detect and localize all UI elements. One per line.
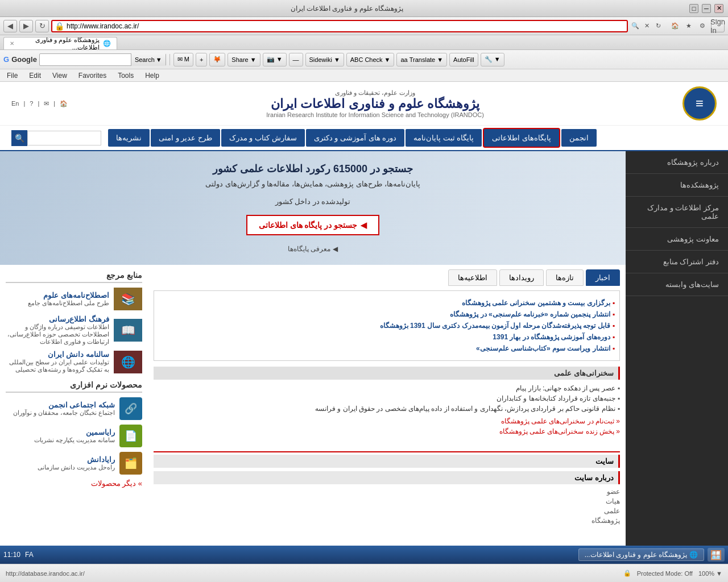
- google-logo: G: [3, 55, 9, 64]
- share-btn[interactable]: Share ▼: [228, 53, 260, 66]
- tab-close-btn[interactable]: ✕: [10, 40, 14, 47]
- back-button[interactable]: ◀: [3, 20, 17, 32]
- sidewiki-btn[interactable]: Sidewiki ▼: [305, 53, 344, 66]
- nav-databases[interactable]: پایگاه‌های اطلاعاتی: [483, 128, 560, 148]
- wrench-btn[interactable]: 🔧 ▼: [481, 53, 504, 66]
- google-logo-area: G Google: [3, 55, 37, 64]
- product-item-2[interactable]: 📄 رایاسمین سامانه مدیریت یکپارچه نشریات: [6, 425, 142, 447]
- hero-title: جستجو در 615000 رکورد اطلاعات علمی کشور: [11, 163, 614, 175]
- mail-btn[interactable]: ✉ M: [173, 53, 193, 66]
- settings-icon[interactable]: ⚙: [697, 21, 708, 31]
- sign-in-btn[interactable]: Sign In: [711, 20, 725, 32]
- firefox-icon[interactable]: 🦊: [209, 53, 225, 66]
- resource-thumb-3: 🌐: [114, 351, 142, 373]
- nav-courses[interactable]: دوره های آموزشی و دکتری: [306, 129, 404, 147]
- hero-databases-link[interactable]: ◀ معرفی پایگاه‌ها: [288, 245, 338, 253]
- live-link[interactable]: « پخش زنده سخنرانی‌های علمی پژوهشگاه: [499, 427, 620, 435]
- minus-btn[interactable]: —: [289, 53, 303, 66]
- browser-tab[interactable]: 🌐 پژوهشگاه علوم و فناوری اطلاعات... ✕: [3, 37, 117, 49]
- forward-button[interactable]: ▶: [19, 20, 33, 32]
- bullet-2: ▪: [613, 310, 615, 318]
- home-icon[interactable]: 🏠: [670, 21, 680, 31]
- resource-book-icon-1: 📚: [121, 292, 135, 306]
- news-item-1[interactable]: ▪ برگزاری بیست و هشتمین سخنرانی علمی پژو…: [159, 299, 615, 307]
- product-desc-3: راه‌حل مدیریت دانش سازمانی: [6, 464, 115, 471]
- refresh-button[interactable]: ↻: [35, 20, 49, 32]
- news-item-3[interactable]: ▪ قابل توجه پذیرفته‌شدگان مرحله اول آزمو…: [159, 322, 615, 330]
- google-search-btn[interactable]: Search ▼: [131, 53, 166, 66]
- website: ≡ وزارت علوم، تحقیقات و فناوری پژوهشگاه …: [0, 82, 728, 564]
- nav-tarahplan[interactable]: طرح عدیر و امنی: [151, 129, 220, 147]
- sidebar-item-research[interactable]: معاونت پژوهشی: [626, 228, 728, 251]
- cam-btn[interactable]: 📷 ▼: [263, 53, 287, 66]
- sidebar-item-institutes[interactable]: پژوهشکده‌ها: [626, 174, 728, 197]
- lang-en[interactable]: En: [11, 100, 19, 107]
- product-item-3[interactable]: 🗂️ رایادانش راه‌حل مدیریت دانش سازمانی: [6, 452, 142, 475]
- nav-search-input[interactable]: [27, 131, 101, 146]
- menu-file[interactable]: File: [5, 72, 20, 80]
- resource-globe-icon: 🌐: [121, 355, 135, 369]
- minimize-btn[interactable]: ─: [702, 4, 711, 13]
- search-icon[interactable]: 🔍: [630, 21, 640, 31]
- site-link-1[interactable]: عضو: [154, 488, 620, 496]
- tab-events[interactable]: رویدادها: [499, 269, 544, 286]
- close-btn[interactable]: ✕: [714, 4, 723, 13]
- stop-icon[interactable]: ✕: [642, 21, 652, 31]
- nav-anjoman[interactable]: انجمن: [561, 129, 597, 147]
- maximize-btn[interactable]: □: [689, 4, 698, 13]
- resource-item-1[interactable]: 📚 اصطلاح‌نامه‌های علوم طرح ملی اصطلاح‌نا…: [6, 288, 142, 310]
- home-site-icon[interactable]: 🏠: [60, 100, 68, 107]
- product-title-1: شبکه اجتماعی انجمن: [6, 401, 115, 409]
- news-item-4[interactable]: ▪ دوره‌های آموزشی پژوهشگاه در بهار 1391: [159, 333, 615, 341]
- menu-favorites[interactable]: Favorites: [76, 72, 109, 80]
- hero-search-btn[interactable]: ◀ جستجو در پایگاه های اطلاعاتی: [246, 215, 380, 235]
- sidebar-item-subscription[interactable]: دفتر اشتراک منابع: [626, 251, 728, 273]
- taskbar-browser-btn[interactable]: 🌐 پژوهشگاه علوم و فناوری اطلاعات...: [578, 548, 704, 561]
- nav-nashriyeh[interactable]: نشریه‌ها: [108, 129, 150, 147]
- tabs-wrapper: اخبار تازه‌ها رویدادها اطلاعیه‌ها ▪ برگز…: [148, 265, 626, 361]
- tab-news[interactable]: اخبار: [586, 269, 620, 286]
- taskbar-right: FA 11:10: [3, 551, 34, 559]
- site-link-3[interactable]: علمی: [154, 507, 620, 515]
- status-bar: http://database.irandoc.ac.ir/ 🔒 Protect…: [0, 564, 728, 582]
- address-bar[interactable]: [67, 22, 624, 30]
- nav-order[interactable]: سفارش کتاب و مدرک: [221, 129, 305, 147]
- product-item-1[interactable]: 🔗 شبکه اجتماعی انجمن اجتماع نخبگان جامعه…: [6, 397, 142, 420]
- lecture-live-wrapper: « پخش زنده سخنرانی‌های علمی پژوهشگاه: [154, 427, 620, 435]
- more-products-link[interactable]: » دیگر محصولات: [6, 479, 142, 488]
- check-btn[interactable]: ABC Check ▼: [346, 53, 395, 66]
- site-header: ≡ وزارت علوم، تحقیقات و فناوری پژوهشگاه …: [0, 82, 728, 126]
- site-link-4[interactable]: پژوهشگاه: [154, 517, 620, 525]
- nav-thesis[interactable]: پایگاه ثبت پایان‌نامه: [406, 129, 482, 147]
- resource-item-3[interactable]: 🌐 سالنامه دانش ایران تولیدات علمی ایران …: [6, 350, 142, 373]
- resource-book-icon-2: 📖: [121, 323, 135, 337]
- sidebar-item-about[interactable]: درباره پژوهشگاه: [626, 151, 728, 174]
- site-logo: ≡: [682, 86, 717, 120]
- tab-announcements[interactable]: اطلاعیه‌ها: [448, 269, 497, 286]
- windows-start-btn[interactable]: 🪟: [708, 548, 725, 562]
- sidebar-item-center[interactable]: مرکز اطلاعات و مدارک علمی: [626, 197, 728, 228]
- translate-btn[interactable]: aa Translate ▼: [396, 53, 447, 66]
- menu-help[interactable]: Help: [143, 72, 162, 80]
- refresh-icon2[interactable]: ↻: [653, 21, 663, 31]
- tab-latest[interactable]: تازه‌ها: [546, 269, 584, 286]
- star-icon[interactable]: ★: [684, 21, 694, 31]
- site-link-2[interactable]: هیات: [154, 497, 620, 505]
- news-item-2[interactable]: ▪ انتشار پنجمین شماره «خبرنامه علم‌سنجی»…: [159, 310, 615, 318]
- sidebar-item-related[interactable]: سایت‌های وابسته: [626, 273, 728, 296]
- register-link[interactable]: « ثبت‌نام در سخنرانی‌های علمی پژوهشگاه: [501, 417, 620, 425]
- autofill-btn[interactable]: AutoFill: [449, 53, 478, 66]
- resource-text-1: اصطلاح‌نامه‌های علوم طرح ملی اصطلاح‌نامه…: [6, 291, 109, 307]
- address-bar-wrapper: 🔒: [51, 20, 628, 32]
- email-icon[interactable]: ✉: [44, 100, 49, 107]
- resource-item-2[interactable]: 📖 فرهنگ اطلاع‌رسانی اطلاعات توصیفی دربار…: [6, 315, 142, 346]
- menu-edit[interactable]: Edit: [27, 72, 43, 80]
- news-item-5[interactable]: ▪ انتشار ویراست سوم «کتاب‌شناسی علم‌سنجی…: [159, 344, 615, 352]
- help-icon[interactable]: ?: [30, 100, 33, 107]
- menu-view[interactable]: View: [50, 72, 69, 80]
- google-search-input[interactable]: [40, 56, 131, 63]
- menu-tools[interactable]: Tools: [115, 72, 136, 80]
- product-icon-3: 🗂️: [119, 452, 142, 475]
- nav-search-btn[interactable]: 🔍: [11, 130, 27, 146]
- bookmark-btn[interactable]: +: [196, 53, 207, 66]
